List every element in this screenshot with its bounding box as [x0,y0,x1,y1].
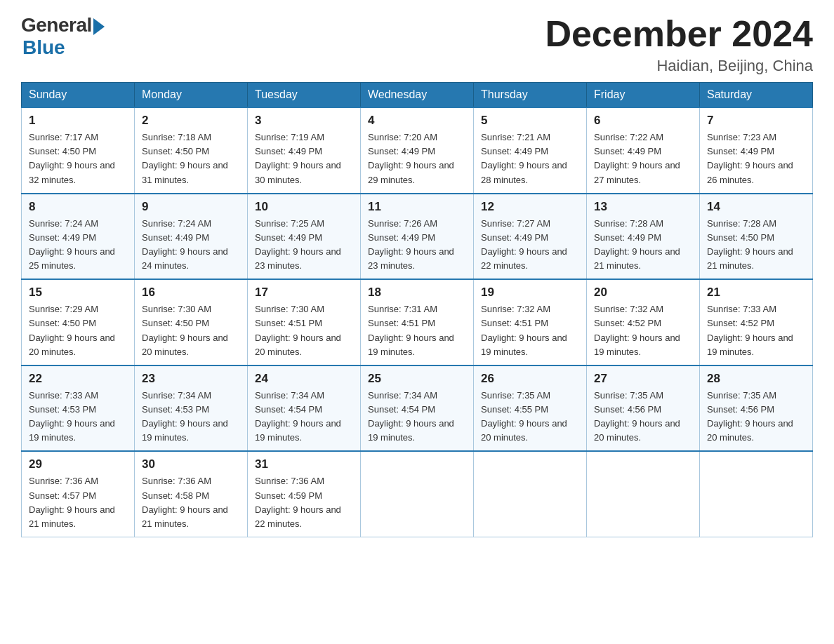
calendar-cell [587,451,700,537]
calendar-cell: 24Sunrise: 7:34 AMSunset: 4:54 PMDayligh… [248,365,361,452]
header-tuesday: Tuesday [248,83,361,108]
day-number: 24 [255,372,353,386]
calendar-cell: 25Sunrise: 7:34 AMSunset: 4:54 PMDayligh… [361,365,474,452]
day-number: 22 [29,372,127,386]
day-info: Sunrise: 7:22 AMSunset: 4:49 PMDaylight:… [594,130,692,187]
day-number: 29 [29,457,127,471]
day-number: 14 [707,200,805,214]
day-number: 27 [594,372,692,386]
calendar-cell [700,451,813,537]
calendar-cell: 21Sunrise: 7:33 AMSunset: 4:52 PMDayligh… [700,279,813,365]
calendar-cell [474,451,587,537]
day-number: 10 [255,200,353,214]
day-number: 11 [368,200,466,214]
day-info: Sunrise: 7:18 AMSunset: 4:50 PMDaylight:… [142,130,240,187]
day-info: Sunrise: 7:35 AMSunset: 4:56 PMDaylight:… [594,389,692,445]
day-number: 15 [29,286,127,300]
page-header: General Blue December 2024 Haidian, Beij… [21,14,813,75]
day-info: Sunrise: 7:30 AMSunset: 4:50 PMDaylight:… [142,302,240,359]
day-info: Sunrise: 7:24 AMSunset: 4:49 PMDaylight:… [142,217,240,274]
day-info: Sunrise: 7:31 AMSunset: 4:51 PMDaylight:… [368,302,466,359]
calendar-cell: 26Sunrise: 7:35 AMSunset: 4:55 PMDayligh… [474,365,587,452]
day-info: Sunrise: 7:21 AMSunset: 4:49 PMDaylight:… [481,130,579,187]
header-saturday: Saturday [700,83,813,108]
day-number: 7 [707,114,805,128]
day-info: Sunrise: 7:33 AMSunset: 4:53 PMDaylight:… [29,389,127,445]
day-number: 5 [481,114,579,128]
day-number: 1 [29,114,127,128]
calendar-cell: 17Sunrise: 7:30 AMSunset: 4:51 PMDayligh… [248,279,361,365]
calendar-cell: 6Sunrise: 7:22 AMSunset: 4:49 PMDaylight… [587,107,700,194]
calendar-cell: 22Sunrise: 7:33 AMSunset: 4:53 PMDayligh… [22,365,135,452]
calendar-cell: 5Sunrise: 7:21 AMSunset: 4:49 PMDaylight… [474,107,587,194]
calendar-cell: 15Sunrise: 7:29 AMSunset: 4:50 PMDayligh… [22,279,135,365]
calendar-table: SundayMondayTuesdayWednesdayThursdayFrid… [21,82,813,537]
calendar-cell: 23Sunrise: 7:34 AMSunset: 4:53 PMDayligh… [135,365,248,452]
day-info: Sunrise: 7:27 AMSunset: 4:49 PMDaylight:… [481,217,579,274]
calendar-cell: 1Sunrise: 7:17 AMSunset: 4:50 PMDaylight… [22,107,135,194]
calendar-cell: 30Sunrise: 7:36 AMSunset: 4:58 PMDayligh… [135,451,248,537]
day-info: Sunrise: 7:36 AMSunset: 4:57 PMDaylight:… [29,474,127,531]
day-info: Sunrise: 7:34 AMSunset: 4:54 PMDaylight:… [368,389,466,445]
calendar-cell: 29Sunrise: 7:36 AMSunset: 4:57 PMDayligh… [22,451,135,537]
calendar-cell: 3Sunrise: 7:19 AMSunset: 4:49 PMDaylight… [248,107,361,194]
calendar-cell: 8Sunrise: 7:24 AMSunset: 4:49 PMDaylight… [22,194,135,280]
month-title: December 2024 [545,14,813,54]
day-number: 17 [255,286,353,300]
calendar-cell: 11Sunrise: 7:26 AMSunset: 4:49 PMDayligh… [361,194,474,280]
day-number: 18 [368,286,466,300]
header-wednesday: Wednesday [361,83,474,108]
header-monday: Monday [135,83,248,108]
day-number: 16 [142,286,240,300]
logo-blue-text: Blue [22,36,65,59]
day-number: 21 [707,286,805,300]
day-info: Sunrise: 7:23 AMSunset: 4:49 PMDaylight:… [707,130,805,187]
header-friday: Friday [587,83,700,108]
calendar-cell: 4Sunrise: 7:20 AMSunset: 4:49 PMDaylight… [361,107,474,194]
day-info: Sunrise: 7:32 AMSunset: 4:51 PMDaylight:… [481,302,579,359]
day-info: Sunrise: 7:24 AMSunset: 4:49 PMDaylight:… [29,217,127,274]
day-number: 28 [707,372,805,386]
day-info: Sunrise: 7:19 AMSunset: 4:49 PMDaylight:… [255,130,353,187]
header-sunday: Sunday [22,83,135,108]
day-info: Sunrise: 7:28 AMSunset: 4:49 PMDaylight:… [594,217,692,274]
calendar-week-row: 29Sunrise: 7:36 AMSunset: 4:57 PMDayligh… [22,451,813,537]
day-info: Sunrise: 7:30 AMSunset: 4:51 PMDaylight:… [255,302,353,359]
calendar-cell: 28Sunrise: 7:35 AMSunset: 4:56 PMDayligh… [700,365,813,452]
calendar-cell: 2Sunrise: 7:18 AMSunset: 4:50 PMDaylight… [135,107,248,194]
calendar-cell: 12Sunrise: 7:27 AMSunset: 4:49 PMDayligh… [474,194,587,280]
day-number: 9 [142,200,240,214]
day-number: 2 [142,114,240,128]
day-number: 8 [29,200,127,214]
calendar-week-row: 1Sunrise: 7:17 AMSunset: 4:50 PMDaylight… [22,107,813,194]
calendar-cell: 18Sunrise: 7:31 AMSunset: 4:51 PMDayligh… [361,279,474,365]
day-info: Sunrise: 7:36 AMSunset: 4:59 PMDaylight:… [255,474,353,531]
calendar-cell: 13Sunrise: 7:28 AMSunset: 4:49 PMDayligh… [587,194,700,280]
calendar-cell: 10Sunrise: 7:25 AMSunset: 4:49 PMDayligh… [248,194,361,280]
location-title: Haidian, Beijing, China [545,57,813,75]
day-info: Sunrise: 7:28 AMSunset: 4:50 PMDaylight:… [707,217,805,274]
day-number: 25 [368,372,466,386]
calendar-cell [361,451,474,537]
calendar-header-row: SundayMondayTuesdayWednesdayThursdayFrid… [22,83,813,108]
day-number: 23 [142,372,240,386]
day-number: 12 [481,200,579,214]
calendar-cell: 9Sunrise: 7:24 AMSunset: 4:49 PMDaylight… [135,194,248,280]
day-number: 3 [255,114,353,128]
calendar-cell: 20Sunrise: 7:32 AMSunset: 4:52 PMDayligh… [587,279,700,365]
calendar-week-row: 22Sunrise: 7:33 AMSunset: 4:53 PMDayligh… [22,365,813,452]
calendar-week-row: 15Sunrise: 7:29 AMSunset: 4:50 PMDayligh… [22,279,813,365]
calendar-cell: 16Sunrise: 7:30 AMSunset: 4:50 PMDayligh… [135,279,248,365]
day-info: Sunrise: 7:34 AMSunset: 4:54 PMDaylight:… [255,389,353,445]
day-number: 26 [481,372,579,386]
day-number: 31 [255,457,353,471]
calendar-cell: 27Sunrise: 7:35 AMSunset: 4:56 PMDayligh… [587,365,700,452]
header-thursday: Thursday [474,83,587,108]
calendar-cell: 7Sunrise: 7:23 AMSunset: 4:49 PMDaylight… [700,107,813,194]
day-number: 30 [142,457,240,471]
calendar-cell: 19Sunrise: 7:32 AMSunset: 4:51 PMDayligh… [474,279,587,365]
day-info: Sunrise: 7:17 AMSunset: 4:50 PMDaylight:… [29,130,127,187]
logo-top: General [21,14,105,36]
day-number: 20 [594,286,692,300]
day-info: Sunrise: 7:35 AMSunset: 4:55 PMDaylight:… [481,389,579,445]
